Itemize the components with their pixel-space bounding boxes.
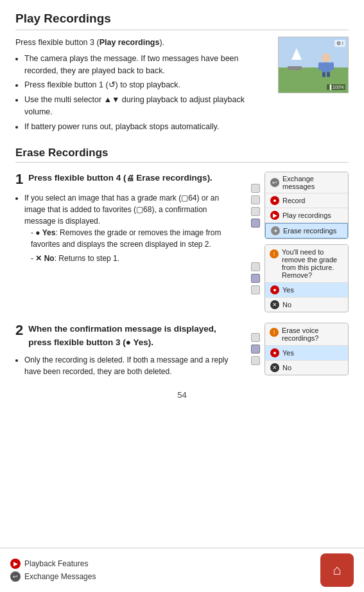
svg-point-0 bbox=[322, 53, 331, 62]
side-btn-2[interactable] bbox=[251, 195, 260, 204]
page-content: Play Recordings Press flexible button 3 … bbox=[0, 0, 364, 458]
confirm-yes-label-2: Yes bbox=[282, 349, 294, 357]
section-title-erase: Erase Recordings bbox=[15, 147, 349, 163]
confirm-options-2: ● Yes ✕ No bbox=[265, 346, 348, 375]
confirm-panel-2: ! Erase voice recordings? ● Yes ✕ No bbox=[264, 323, 349, 375]
confirm-panel-1: ! You'll need to remove the grade from t… bbox=[264, 244, 349, 312]
play-bullet-3: Use the multi selector ▲▼ during playbac… bbox=[24, 94, 269, 118]
svg-rect-4 bbox=[322, 72, 325, 77]
play-recordings-section: Press flexible button 3 (Play recordings… bbox=[15, 37, 349, 135]
no-icon-1: ✕ bbox=[270, 300, 279, 309]
footer-exchange[interactable]: ↩ Exchange Messages bbox=[10, 571, 96, 582]
step-1-body: If you select an image that has a grade … bbox=[15, 192, 239, 264]
svg-rect-5 bbox=[327, 72, 330, 77]
side-btn-c1-no[interactable] bbox=[251, 285, 260, 294]
confirm-header-1: ! You'll need to remove the grade from t… bbox=[265, 245, 348, 283]
step-1-title: 1 Press flexible button 4 (🖨 Erase recor… bbox=[15, 172, 239, 187]
play-icon: ▶ bbox=[270, 211, 279, 220]
confirm-panel-wrap-1: ! You'll need to remove the grade from t… bbox=[249, 244, 349, 312]
svg-rect-2 bbox=[318, 62, 322, 70]
step-2-number: 2 bbox=[15, 323, 23, 338]
confirm-yes-label-1: Yes bbox=[282, 286, 294, 294]
side-buttons-c1 bbox=[249, 258, 262, 298]
side-btn-c2-no[interactable] bbox=[251, 356, 260, 365]
home-button[interactable]: ⌂ bbox=[320, 553, 354, 587]
step-1-number: 1 bbox=[15, 172, 23, 187]
svg-rect-3 bbox=[330, 62, 334, 70]
erase-icon: ✦ bbox=[271, 226, 280, 235]
side-btn-c1-yes[interactable] bbox=[251, 274, 260, 283]
cam-battery: ▐ 100% bbox=[327, 84, 345, 90]
play-recordings-intro: Press flexible button 3 (Play recordings… bbox=[15, 37, 269, 49]
menu-item-erase-label: Erase recordings bbox=[283, 227, 336, 235]
confirm-no-1[interactable]: ✕ No bbox=[265, 298, 348, 312]
yes-icon-1: ● bbox=[270, 285, 279, 294]
svg-rect-1 bbox=[322, 62, 331, 73]
step-2-panels: ! Erase voice recordings? ● Yes ✕ No bbox=[249, 323, 349, 380]
footer: ▶ Playback Features ↩ Exchange Messages … bbox=[0, 548, 364, 592]
menu-item-exchange-label: Exchange messages bbox=[282, 175, 343, 190]
section-title-play: Play Recordings bbox=[15, 12, 349, 30]
menu-item-erase[interactable]: ✦ Erase recordings bbox=[265, 223, 348, 238]
confirm-no-2[interactable]: ✕ No bbox=[265, 361, 348, 375]
confirm-panel-wrap-2: ! Erase voice recordings? ● Yes ✕ No bbox=[249, 323, 349, 375]
step-2-title: 2 When the confirmation message is displ… bbox=[15, 323, 239, 349]
side-btn-c2-yes[interactable] bbox=[251, 345, 260, 354]
camera-preview: ⚙ ! ▐ 100% bbox=[278, 37, 349, 93]
step-1-left: 1 Press flexible button 4 (🖨 Erase recor… bbox=[15, 172, 239, 312]
confirm-message-2: Erase voice recordings? bbox=[282, 327, 343, 342]
footer-left: ▶ Playback Features ↩ Exchange Messages bbox=[10, 559, 96, 582]
side-buttons-1 bbox=[249, 180, 262, 231]
step-2-row: 2 When the confirmation message is displ… bbox=[15, 323, 349, 380]
footer-exchange-label: Exchange Messages bbox=[24, 572, 96, 581]
step-1-panels: ↩ Exchange messages ● Record ▶ Play reco… bbox=[249, 172, 349, 312]
step-2-left: 2 When the confirmation message is displ… bbox=[15, 323, 239, 380]
confirm-no-label-1: No bbox=[282, 301, 291, 309]
play-bullet-2: Press flexible button 1 (↺) to stop play… bbox=[24, 79, 269, 91]
step-2-body: Only the recording is deleted. If both a… bbox=[15, 354, 239, 377]
side-btn-1[interactable] bbox=[251, 184, 260, 193]
confirm-header-2: ! Erase voice recordings? bbox=[265, 323, 348, 346]
play-bullets: The camera plays the message. If two mes… bbox=[15, 53, 269, 133]
confirm-message-1: You'll need to remove the grade from thi… bbox=[282, 248, 343, 279]
step-1-sub-no: ✕ No: Returns to step 1. bbox=[31, 253, 239, 264]
menu-item-play-label: Play recordings bbox=[282, 211, 331, 219]
warning-icon: ! bbox=[270, 249, 279, 258]
page-number: 54 bbox=[15, 390, 349, 400]
exchange-footer-icon: ↩ bbox=[10, 571, 21, 582]
footer-playback[interactable]: ▶ Playback Features bbox=[10, 559, 96, 569]
play-bold: Play recordings bbox=[100, 38, 160, 47]
confirm-yes-1[interactable]: ● Yes bbox=[265, 283, 348, 298]
play-bullet-4: If battery power runs out, playback stop… bbox=[24, 121, 269, 133]
play-bullet-1: The camera plays the message. If two mes… bbox=[24, 53, 269, 77]
menu-item-exchange[interactable]: ↩ Exchange messages bbox=[265, 172, 348, 193]
step-1-row: 1 Press flexible button 4 (🖨 Erase recor… bbox=[15, 172, 349, 312]
home-icon: ⌂ bbox=[333, 562, 341, 579]
menu-panel-1: ↩ Exchange messages ● Record ▶ Play reco… bbox=[264, 172, 349, 239]
no-icon-2: ✕ bbox=[270, 363, 279, 372]
step-2-bullet-1: Only the recording is deleted. If both a… bbox=[24, 354, 239, 377]
side-btn-3[interactable] bbox=[251, 207, 260, 216]
record-icon: ● bbox=[270, 196, 279, 205]
menu-item-record-label: Record bbox=[282, 197, 305, 204]
step-1-bullet-1: If you select an image that has a grade … bbox=[24, 192, 239, 264]
footer-playback-label: Playback Features bbox=[24, 559, 88, 568]
warning-icon-2: ! bbox=[270, 328, 279, 337]
exchange-icon: ↩ bbox=[270, 178, 279, 187]
step-1-sub-yes: ● Yes: Removes the grade or removes the … bbox=[31, 227, 239, 250]
side-btn-c1-1[interactable] bbox=[251, 262, 260, 271]
menu-item-record[interactable]: ● Record bbox=[265, 193, 348, 208]
confirm-options-1: ● Yes ✕ No bbox=[265, 283, 348, 312]
yes-icon-2: ● bbox=[270, 348, 279, 357]
confirm-no-label-2: No bbox=[282, 364, 291, 372]
play-recordings-text: Press flexible button 3 (Play recordings… bbox=[15, 37, 269, 135]
menu-panel-wrap-1: ↩ Exchange messages ● Record ▶ Play reco… bbox=[249, 172, 349, 239]
cam-overlay: ⚙ ! bbox=[334, 40, 345, 47]
side-buttons-c2 bbox=[249, 329, 262, 369]
menu-item-play[interactable]: ▶ Play recordings bbox=[265, 208, 348, 223]
side-btn-4-active[interactable] bbox=[251, 219, 260, 228]
side-btn-c2-1[interactable] bbox=[251, 333, 260, 342]
playback-icon: ▶ bbox=[10, 559, 21, 569]
confirm-yes-2[interactable]: ● Yes bbox=[265, 346, 348, 361]
